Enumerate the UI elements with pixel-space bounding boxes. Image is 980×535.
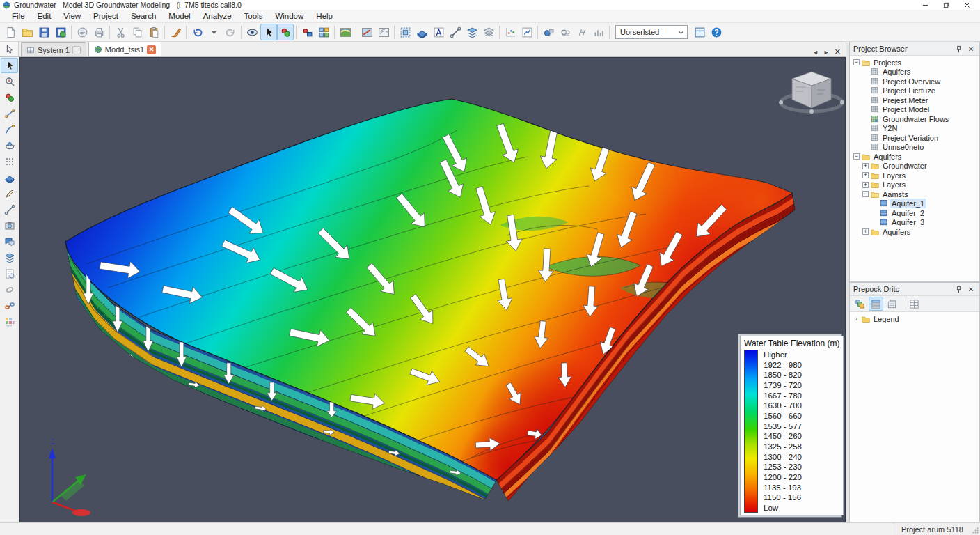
tool-move-objects-button[interactable]: [1, 90, 18, 105]
tab-list-close-icon[interactable]: ✕: [835, 47, 841, 56]
tree-item-layers[interactable]: +Layers: [850, 180, 979, 190]
units-dropdown[interactable]: Uorserlsted: [615, 25, 688, 39]
chevron-right-icon[interactable]: ›: [853, 315, 860, 323]
expand-icon[interactable]: +: [862, 172, 869, 178]
tool-select-arrow-button[interactable]: [1, 58, 18, 73]
tree-item-aquifers[interactable]: −Aquifers: [850, 152, 979, 162]
tool-clip-page-button[interactable]: [1, 266, 18, 281]
viewport-3d-scene[interactable]: [20, 58, 845, 522]
model-run-button[interactable]: [540, 24, 557, 40]
tab-system-1[interactable]: System 1: [21, 42, 86, 56]
menu-item-project[interactable]: Project: [87, 11, 125, 21]
expand-icon[interactable]: +: [862, 182, 869, 188]
map-flow-button[interactable]: [358, 24, 375, 40]
menu-item-edit[interactable]: Edit: [31, 11, 58, 21]
cut-button[interactable]: [112, 24, 129, 40]
tab-close-icon[interactable]: ✕: [147, 45, 156, 54]
minimize-button[interactable]: [915, 1, 935, 10]
categorized-view-button[interactable]: [853, 297, 867, 311]
move-objects-button[interactable]: [277, 24, 294, 40]
format-brush-button[interactable]: [167, 24, 184, 40]
tool-line-tool-button[interactable]: [1, 106, 18, 121]
layers-mesh-button[interactable]: [480, 24, 497, 40]
tree-item-aquifers[interactable]: Aquifers: [850, 68, 979, 77]
tree-item-project-model[interactable]: Project Model: [850, 105, 979, 115]
tree-item-aquifer-3[interactable]: Aquifer_3: [850, 218, 979, 228]
menu-item-help[interactable]: Help: [310, 11, 339, 21]
menu-item-search[interactable]: Search: [125, 11, 162, 21]
close-panel-icon[interactable]: ✕: [966, 44, 976, 54]
collapse-icon[interactable]: −: [853, 153, 860, 160]
model-build-button[interactable]: [557, 24, 574, 40]
tree-item-aquifers[interactable]: +Aquifers: [850, 227, 979, 237]
open-folder-button[interactable]: [19, 24, 35, 40]
tool-dots-grid-button[interactable]: [1, 154, 18, 169]
print-preview-button[interactable]: [74, 24, 90, 40]
grid-edit-button[interactable]: [315, 24, 332, 40]
tool-curve-tool-button[interactable]: [1, 122, 18, 137]
tree-item-project-licrtuze[interactable]: Project Licrtuze: [850, 86, 979, 96]
menu-item-tools[interactable]: Tools: [238, 11, 269, 21]
tab-scroll-right-icon[interactable]: ►: [823, 49, 830, 56]
tree-item-preject-overview[interactable]: Preject Overview: [850, 77, 979, 86]
pin-icon[interactable]: [954, 284, 963, 294]
tree-item-prejest-meter[interactable]: Prejest Meter: [850, 95, 979, 105]
menu-item-view[interactable]: View: [57, 11, 87, 21]
alphabetical-view-button[interactable]: [869, 297, 883, 311]
tree-item-legend[interactable]: ›Legend: [850, 314, 979, 324]
tree-item-projects[interactable]: −Projects: [850, 58, 979, 68]
tool-link-tool-button[interactable]: [1, 298, 18, 313]
resize-grip[interactable]: [970, 523, 980, 535]
tool-pen-tool-button[interactable]: [1, 186, 18, 201]
model-adjust-button[interactable]: [574, 24, 590, 40]
tab-corner-select-icon[interactable]: [0, 42, 19, 56]
tree-item-groundwater[interactable]: +Groundwater: [850, 162, 979, 171]
tree-item-groundwater-flows[interactable]: Groundwater Flows: [850, 114, 979, 124]
undo-button[interactable]: [189, 24, 205, 40]
grid-view-button[interactable]: [907, 297, 922, 311]
tool-zoom-plus-button[interactable]: [1, 74, 18, 89]
pin-icon[interactable]: [954, 44, 963, 54]
menu-item-model[interactable]: Model: [162, 11, 196, 21]
tree-item-y2n[interactable]: Y2N: [850, 124, 979, 134]
tree-item-preject-veriation[interactable]: Preject Veriation: [850, 133, 979, 143]
redo-button[interactable]: [222, 24, 239, 40]
menu-item-file[interactable]: File: [6, 11, 31, 21]
paste-button[interactable]: [145, 24, 162, 40]
view-cube[interactable]: [779, 72, 844, 114]
expand-icon[interactable]: +: [862, 228, 869, 235]
map-contour-button[interactable]: [375, 24, 392, 40]
chart-points-button[interactable]: [502, 24, 519, 40]
close-button[interactable]: [956, 1, 977, 10]
new-file-button[interactable]: [2, 24, 19, 40]
menu-item-window[interactable]: Window: [269, 11, 310, 21]
tree-item-aquifer-2[interactable]: Aquifer_2: [850, 208, 979, 218]
map-image-button[interactable]: [337, 24, 354, 40]
viewport-3d[interactable]: Water Table Elevation (m) Higher1922 - 9…: [19, 57, 846, 522]
collapse-icon[interactable]: −: [862, 191, 869, 197]
tool-layers-stack-button[interactable]: [1, 250, 18, 265]
collapse-icon[interactable]: −: [853, 59, 860, 65]
save-button[interactable]: [35, 24, 52, 40]
tool-snapshot-button[interactable]: [1, 218, 18, 233]
print-button[interactable]: [90, 24, 107, 40]
tool-slab-3d-button[interactable]: [1, 170, 18, 185]
copy-button[interactable]: [129, 24, 145, 40]
tool-ring-small-button[interactable]: [1, 282, 18, 297]
tab-scroll-left-icon[interactable]: ◄: [812, 49, 819, 56]
slab-3d-button[interactable]: [413, 24, 430, 40]
grid-select-button[interactable]: [397, 24, 413, 40]
tool-grid-colored-button[interactable]: [1, 314, 18, 329]
chart-frame-button[interactable]: [519, 24, 535, 40]
layers-stack-button[interactable]: [464, 24, 480, 40]
tree-item-unnse0neto[interactable]: Unnse0neto: [850, 143, 979, 153]
select-arrow-button[interactable]: [260, 24, 277, 40]
maximize-button[interactable]: [935, 1, 956, 10]
undo-options-button[interactable]: [205, 24, 222, 40]
tool-rotate-tool-button[interactable]: [1, 138, 18, 153]
tool-measure-line-button[interactable]: [1, 202, 18, 217]
expand-icon[interactable]: +: [862, 163, 869, 169]
tree-item-aquifer-1[interactable]: Aquifer_1: [850, 199, 979, 209]
close-panel-icon[interactable]: ✕: [966, 284, 976, 294]
tree-item-aamsts[interactable]: −Aamsts: [850, 189, 979, 199]
